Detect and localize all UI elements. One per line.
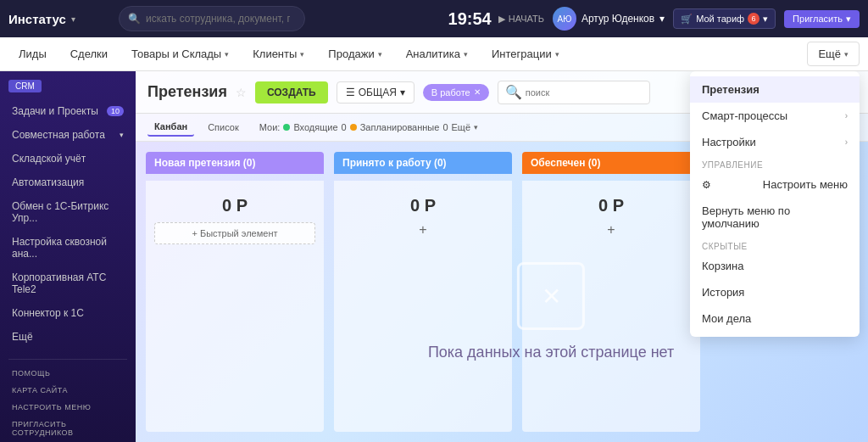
sidebar-chevron-icon: ▾ bbox=[120, 131, 124, 139]
global-search[interactable]: 🔍 bbox=[119, 6, 305, 31]
col-amount-provided: 0 Р bbox=[598, 196, 624, 215]
dropdown-section-hidden: СКРЫТЫЕ bbox=[690, 237, 860, 253]
time-area: 19:54 ▶ НАЧАТЬ bbox=[448, 9, 544, 29]
status-close-icon[interactable]: ✕ bbox=[474, 87, 481, 97]
dropdown-item-istoriya[interactable]: История bbox=[690, 279, 860, 305]
nav-item-analitika[interactable]: Аналитика ▾ bbox=[396, 42, 478, 65]
logo-chevron-icon: ▾ bbox=[71, 14, 75, 24]
user-chevron-icon: ▾ bbox=[659, 13, 665, 25]
nav-item-klienty[interactable]: Клиенты ▾ bbox=[242, 42, 314, 65]
filter-icon: ☰ bbox=[346, 87, 355, 98]
nav-chevron-icon: ▾ bbox=[300, 50, 304, 59]
empty-icon bbox=[517, 262, 585, 330]
filter-chevron-icon: ▾ bbox=[400, 87, 405, 98]
header-search-input[interactable] bbox=[526, 87, 643, 98]
sidebar-item-analytics[interactable]: Настройка сквозной ана... bbox=[0, 230, 136, 266]
star-icon[interactable]: ☆ bbox=[236, 86, 247, 99]
start-button[interactable]: ▶ НАЧАТЬ bbox=[498, 14, 544, 25]
user-name: Артур Юденков bbox=[581, 13, 654, 25]
dropdown-item-settings[interactable]: Настройки › bbox=[690, 129, 860, 155]
col-header-accepted: Принято к работу (0) bbox=[334, 152, 512, 174]
tasks-badge: 10 bbox=[107, 106, 124, 116]
col-amount-accepted: 0 Р bbox=[410, 196, 436, 215]
sidebar-item-warehouse[interactable]: Складской учёт bbox=[0, 147, 136, 171]
tariff-chevron-icon: ▾ bbox=[763, 14, 768, 25]
search-input[interactable] bbox=[146, 13, 290, 25]
logo-text: Инстатус bbox=[8, 12, 66, 26]
main-area: CRM Задачи и Проекты 10 Совместная работ… bbox=[0, 71, 868, 442]
navbar: Лиды Сделки Товары и Склады ▾ Клиенты ▾ … bbox=[0, 37, 868, 71]
nav-item-tovary[interactable]: Товары и Склады ▾ bbox=[121, 42, 239, 65]
nav-chevron-icon: ▾ bbox=[225, 50, 229, 59]
page-title: Претензия bbox=[147, 83, 227, 101]
avatar: АЮ bbox=[553, 7, 576, 31]
sidebar-item-collaboration[interactable]: Совместная работа ▾ bbox=[0, 123, 136, 147]
gear-icon: ⚙ bbox=[702, 179, 711, 191]
nav-chevron-icon: ▾ bbox=[555, 50, 559, 59]
nav-item-integracii[interactable]: Интеграции ▾ bbox=[481, 42, 570, 65]
dropdown-item-reset-menu[interactable]: Вернуть меню по умолчанию bbox=[690, 198, 860, 237]
nav-chevron-icon: ▾ bbox=[464, 50, 468, 59]
nav-item-sdelki[interactable]: Сделки bbox=[60, 42, 118, 65]
sidebar-footer-settings[interactable]: Настроить меню bbox=[0, 399, 136, 416]
nav-more-button[interactable]: Ещё ▾ bbox=[807, 42, 860, 66]
empty-text: Пока данных на этой странице нет bbox=[428, 344, 674, 361]
kanban-col-new: Новая претензия (0) 0 Р + Быстрый элемен… bbox=[146, 152, 324, 432]
toolbar-more-chevron-icon: ▾ bbox=[474, 123, 478, 131]
logo-area[interactable]: Инстатус ▾ bbox=[8, 12, 110, 26]
time-display: 19:54 bbox=[448, 9, 492, 29]
filter-button[interactable]: ☰ ОБЩАЯ ▾ bbox=[337, 81, 415, 104]
sidebar-item-automation[interactable]: Автоматизация bbox=[0, 171, 136, 194]
col-body-new: 0 Р + Быстрый элемент bbox=[146, 181, 324, 432]
crm-badge: CRM bbox=[8, 80, 42, 92]
col-header-new: Новая претензия (0) bbox=[146, 152, 324, 174]
list-view-button[interactable]: Список bbox=[201, 119, 246, 136]
empty-state: Пока данных на этой странице нет bbox=[428, 262, 674, 361]
nav-more-chevron-icon: ▾ bbox=[844, 50, 849, 59]
tariff-badge: 6 bbox=[748, 13, 760, 25]
dropdown-item-configure-menu[interactable]: ⚙ Настроить меню bbox=[690, 171, 860, 198]
green-dot-icon bbox=[283, 124, 290, 131]
nav-item-lidy[interactable]: Лиды bbox=[8, 42, 57, 65]
my-filter[interactable]: Мои: Входящие 0 Запланированные 0 Ещё ▾ bbox=[253, 119, 485, 136]
add-item-button-new[interactable]: + Быстрый элемент bbox=[154, 222, 315, 244]
col-header-provided: Обеспечен (0) bbox=[522, 152, 700, 174]
dropdown-active-pretenziya[interactable]: Претензия bbox=[690, 76, 860, 103]
user-area[interactable]: АЮ Артур Юденков ▾ bbox=[553, 7, 665, 31]
dropdown-item-moidela[interactable]: Мои дела bbox=[690, 305, 860, 332]
topbar: Инстатус ▾ 🔍 19:54 ▶ НАЧАТЬ АЮ Артур Юде… bbox=[0, 0, 868, 37]
content-area: Претензия ☆ СОЗДАТЬ ☰ ОБЩАЯ ▾ В работе ✕… bbox=[136, 71, 868, 442]
sidebar-item-tasks[interactable]: Задачи и Проекты 10 bbox=[0, 99, 136, 123]
sidebar-item-bitrix[interactable]: Обмен с 1С-Битрикс Упр... bbox=[0, 194, 136, 230]
kanban-view-button[interactable]: Канбан bbox=[147, 118, 194, 137]
status-badge: В работе ✕ bbox=[423, 84, 489, 101]
orange-dot-icon bbox=[350, 124, 357, 131]
invite-chevron-icon: ▾ bbox=[846, 14, 851, 25]
search-icon: 🔍 bbox=[128, 13, 141, 25]
sidebar-footer: Помощь Карта сайта Настроить меню Пригла… bbox=[0, 349, 136, 442]
dropdown-menu: Претензия Смарт-процессы › Настройки › У… bbox=[690, 71, 860, 337]
sidebar-item-ats[interactable]: Корпоративная АТС Tele2 bbox=[0, 266, 136, 301]
sidebar: CRM Задачи и Проекты 10 Совместная работ… bbox=[0, 71, 136, 442]
sidebar-footer-sitemap[interactable]: Карта сайта bbox=[0, 382, 136, 399]
tariff-icon: 🛒 bbox=[681, 14, 693, 25]
tariff-button[interactable]: 🛒 Мой тариф 6 ▾ bbox=[673, 8, 776, 29]
dropdown-item-korzina[interactable]: Корзина bbox=[690, 253, 860, 279]
play-icon: ▶ bbox=[498, 14, 505, 25]
sidebar-item-connector[interactable]: Коннектор к 1С bbox=[0, 301, 136, 325]
chevron-right-icon: › bbox=[845, 137, 848, 147]
dropdown-item-smart[interactable]: Смарт-процессы › bbox=[690, 103, 860, 129]
plus-icon-provided[interactable]: + bbox=[607, 222, 615, 238]
dropdown-section-manage: УПРАВЛЕНИЕ bbox=[690, 155, 860, 171]
sidebar-footer-help[interactable]: Помощь bbox=[0, 365, 136, 382]
sidebar-divider bbox=[8, 359, 127, 360]
plus-icon[interactable]: + bbox=[419, 222, 426, 238]
chevron-right-icon: › bbox=[845, 111, 848, 120]
nav-item-prodaji[interactable]: Продажи ▾ bbox=[318, 42, 392, 65]
header-search[interactable]: 🔍 bbox=[498, 81, 650, 104]
sidebar-item-more[interactable]: Ещё bbox=[0, 325, 136, 349]
invite-button[interactable]: Пригласить ▾ bbox=[784, 10, 860, 28]
header-search-icon: 🔍 bbox=[505, 84, 522, 100]
sidebar-footer-invite[interactable]: Пригласить сотрудников bbox=[0, 416, 136, 441]
create-button[interactable]: СОЗДАТЬ bbox=[255, 81, 328, 104]
